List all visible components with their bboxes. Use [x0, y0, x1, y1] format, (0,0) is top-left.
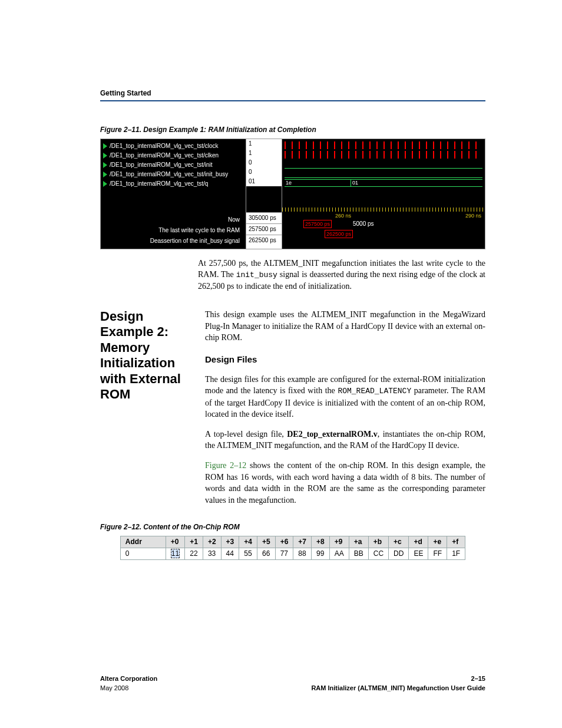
rom-content-table: Addr +0 +1 +2 +3 +4 +5 +6 +7 +8 +9 +a +b…	[120, 536, 465, 560]
footer-page: 2–15	[311, 674, 485, 683]
table-cell: 1F	[447, 548, 465, 559]
table-cell: DD	[389, 548, 409, 559]
footer-doc: RAM Initializer (ALTMEM_INIT) Megafuncti…	[311, 684, 485, 693]
cursor-label: Now	[103, 215, 243, 225]
table-row: 0 11 22 33 44 55 66 77 88 99 AA BB CC DD…	[120, 548, 465, 559]
cursor-time: 262500 ps	[246, 235, 282, 246]
table-cell: CC	[368, 548, 388, 559]
filename: DE2_top_externalROM.v	[287, 430, 378, 439]
signal-arrow-icon	[103, 153, 107, 159]
signal-name: /DE1_top_internalROM_vlg_vec_tst/clken	[110, 151, 219, 160]
table-cell: 0	[120, 548, 166, 559]
table-header: Addr	[120, 536, 166, 548]
table-cell: 33	[203, 548, 221, 559]
subsection-heading: Design Files	[205, 353, 485, 365]
table-header: +3	[221, 536, 239, 548]
signal-name: /DE1_top_internalROM_vlg_vec_tst/clock	[110, 142, 219, 150]
signal-arrow-icon	[103, 162, 107, 168]
bus-value: 1e	[286, 179, 292, 187]
signal-name: /DE1_top_internalROM_vlg_vec_tst/init_bu…	[110, 170, 228, 179]
table-cell: 66	[257, 548, 275, 559]
table-header: +e	[428, 536, 447, 548]
table-header: +8	[312, 536, 330, 548]
signal-value: 1	[246, 149, 282, 158]
table-header: +4	[239, 536, 257, 548]
running-header: Getting Started	[100, 88, 485, 98]
body-paragraph: At 257,500 ps, the ALTMEM_INIT megafunct…	[198, 258, 485, 292]
table-cell: BB	[349, 548, 368, 559]
signal-arrow-icon	[103, 172, 107, 177]
header-rule	[100, 100, 485, 101]
table-header: +f	[447, 536, 465, 548]
body-paragraph: The design files for this example are co…	[205, 374, 485, 420]
signal-arrow-icon	[103, 181, 107, 187]
table-header: +9	[329, 536, 349, 548]
signal-value: 0	[246, 167, 282, 177]
init-busy-waveform	[285, 170, 482, 178]
text: A top-level design file,	[205, 430, 287, 439]
section-heading: Design Example 2: Memory Initialization …	[100, 309, 205, 514]
table-cell: 11	[166, 548, 184, 559]
signal-value: 1	[246, 139, 282, 149]
table-cell: FF	[428, 548, 447, 559]
table-cell: 22	[185, 548, 203, 559]
footer-date: May 2008	[100, 684, 157, 693]
figure-crossref[interactable]: Figure 2–12	[205, 461, 246, 470]
table-header: +c	[389, 536, 409, 548]
q-bus-waveform: 1e 01	[285, 179, 482, 187]
selected-cell: 11	[171, 549, 180, 558]
table-cell: 99	[312, 548, 330, 559]
cursor-gap: 5000 ps	[353, 220, 374, 228]
waveform-viewer: /DE1_top_internalROM_vlg_vec_tst/clock /…	[100, 139, 485, 249]
table-cell: EE	[409, 548, 428, 559]
table-cell: 44	[221, 548, 239, 559]
cursor-time: 305000 ps	[246, 212, 282, 223]
code-inline: init_busy	[236, 271, 277, 279]
table-cell: 77	[275, 548, 293, 559]
table-header-row: Addr +0 +1 +2 +3 +4 +5 +6 +7 +8 +9 +a +b…	[120, 536, 465, 548]
text: shows the content of the on-chip ROM. In…	[205, 461, 485, 505]
page-footer: Altera Corporation May 2008 2–15 RAM Ini…	[100, 674, 485, 693]
table-cell: 55	[239, 548, 257, 559]
table-header: +6	[275, 536, 293, 548]
cursor-marker: 262500 ps	[325, 230, 353, 239]
table-header: +7	[293, 536, 312, 548]
table-header: +b	[368, 536, 388, 548]
init-waveform	[285, 160, 482, 169]
footer-corp: Altera Corporation	[100, 674, 157, 683]
table-header: +0	[166, 536, 184, 548]
body-paragraph: Figure 2–12 shows the content of the on-…	[205, 460, 485, 506]
table-header: +5	[257, 536, 275, 548]
body-paragraph: A top-level design file, DE2_top_externa…	[205, 429, 485, 452]
table-header: +a	[349, 536, 368, 548]
table-cell: AA	[329, 548, 349, 559]
figure-2-12-caption: Figure 2–12. Content of the On-Chip ROM	[100, 522, 485, 532]
signal-values-pane: 1 1 0 0 01 305000 ps 257500 ps 262500 ps	[246, 139, 282, 249]
signal-names-pane: /DE1_top_internalROM_vlg_vec_tst/clock /…	[101, 139, 246, 249]
ruler-tick: 260 ns	[335, 212, 351, 220]
signal-name: /DE1_top_internalROM_vlg_vec_tst/q	[110, 180, 208, 188]
code-inline: ROM_READ_LATENCY	[338, 387, 411, 396]
signal-name: /DE1_top_internalROM_vlg_vec_tst/init	[110, 161, 213, 169]
cursor-label: Deassertion of the init_busy signal	[103, 236, 243, 246]
signal-value: 01	[246, 177, 282, 186]
ruler-tick: 290 ns	[465, 212, 481, 220]
table-header: +d	[409, 536, 428, 548]
body-paragraph: This design example uses the ALTMEM_INIT…	[205, 309, 485, 344]
cursor-label: The last write cycle to the RAM	[103, 225, 243, 236]
figure-2-11-caption: Figure 2–11. Design Example 1: RAM Initi…	[100, 125, 485, 135]
clock-waveform	[285, 141, 482, 149]
signal-value: 0	[246, 158, 282, 167]
clken-waveform	[285, 151, 482, 159]
cursor-time: 257500 ps	[246, 223, 282, 235]
waveform-pane: 1e 01 260 ns 290 ns 257500 ps 262500 ps …	[282, 139, 485, 249]
time-ruler	[282, 207, 485, 212]
table-cell: 88	[293, 548, 312, 559]
table-header: +1	[185, 536, 203, 548]
bus-value: 01	[352, 179, 358, 187]
cursor-marker: 257500 ps	[303, 220, 332, 229]
signal-arrow-icon	[103, 143, 107, 149]
table-header: +2	[203, 536, 221, 548]
